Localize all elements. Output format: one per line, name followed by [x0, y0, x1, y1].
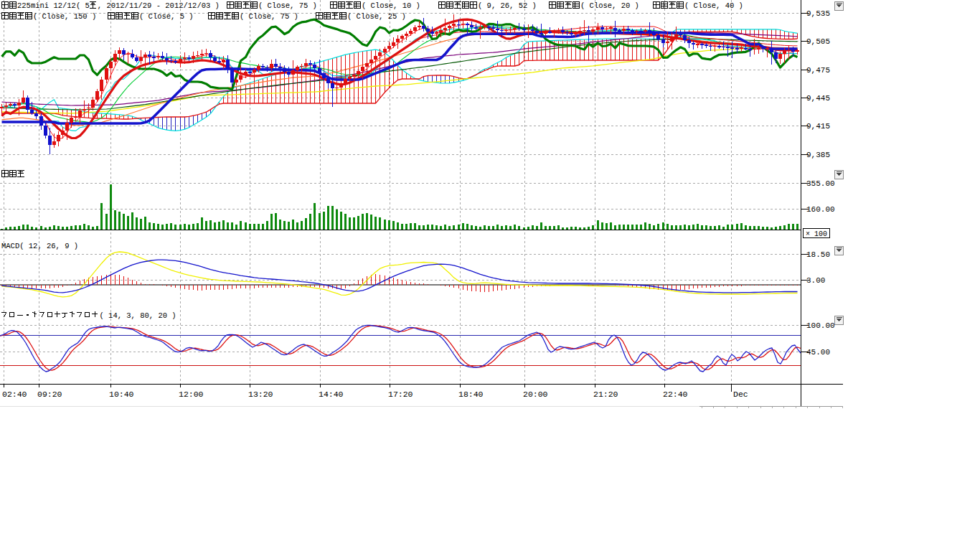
- svg-text:( Close, 20 ): ( Close, 20 ): [580, 1, 639, 10]
- svg-text:9,475: 9,475: [806, 66, 830, 75]
- svg-text:21:20: 21:20: [593, 390, 618, 399]
- svg-text:18.50: 18.50: [806, 250, 830, 259]
- svg-text:9,445: 9,445: [806, 94, 830, 103]
- svg-text:9,415: 9,415: [806, 122, 830, 131]
- svg-text:MACD( 12, 26, 9 ): MACD( 12, 26, 9 ): [1, 242, 78, 250]
- svg-text:, 2012/11/29 - 2012/12/03 ): , 2012/11/29 - 2012/12/03 ): [98, 1, 220, 10]
- svg-text:18:40: 18:40: [458, 390, 484, 399]
- svg-text:9,385: 9,385: [806, 151, 830, 159]
- svg-text:9,535: 9,535: [806, 9, 830, 18]
- svg-text:45.00: 45.00: [806, 348, 830, 357]
- svg-text:( 14, 3, 80, 20 ): ( 14, 3, 80, 20 ): [100, 311, 176, 320]
- svg-text:17:20: 17:20: [388, 390, 413, 399]
- svg-text:( Close, 40 ): ( Close, 40 ): [684, 1, 743, 10]
- svg-text:× 100: × 100: [806, 230, 827, 238]
- svg-text:355.00: 355.00: [806, 179, 835, 188]
- svg-text:225mini 12/12( 5: 225mini 12/12( 5: [17, 1, 90, 10]
- svg-text:( Close, 10 ): ( Close, 10 ): [362, 1, 420, 10]
- svg-text:( Close, 150 ): ( Close, 150 ): [33, 12, 96, 21]
- svg-text:10:40: 10:40: [109, 390, 134, 399]
- svg-text:12:00: 12:00: [179, 390, 204, 399]
- svg-text:14:40: 14:40: [319, 390, 344, 399]
- svg-text:Dec: Dec: [733, 390, 748, 399]
- svg-text:3.00: 3.00: [806, 276, 825, 285]
- svg-text:20:00: 20:00: [523, 390, 548, 399]
- svg-text:160.00: 160.00: [806, 205, 835, 214]
- svg-text:( Close, 75 ): ( Close, 75 ): [240, 12, 298, 21]
- svg-text:100.00: 100.00: [806, 321, 835, 330]
- svg-text:9,505: 9,505: [806, 37, 830, 46]
- svg-text:( Close, 5 ): ( Close, 5 ): [139, 12, 194, 21]
- svg-text:22:40: 22:40: [663, 390, 688, 399]
- svg-text:13:20: 13:20: [248, 390, 273, 399]
- svg-text:09:20: 09:20: [37, 390, 62, 399]
- svg-text:( Close, 75 ): ( Close, 75 ): [258, 1, 317, 10]
- svg-text:( 9, 26, 52 ): ( 9, 26, 52 ): [478, 1, 537, 10]
- svg-text:02:40: 02:40: [2, 390, 27, 399]
- svg-text:( Close, 25 ): ( Close, 25 ): [347, 12, 406, 21]
